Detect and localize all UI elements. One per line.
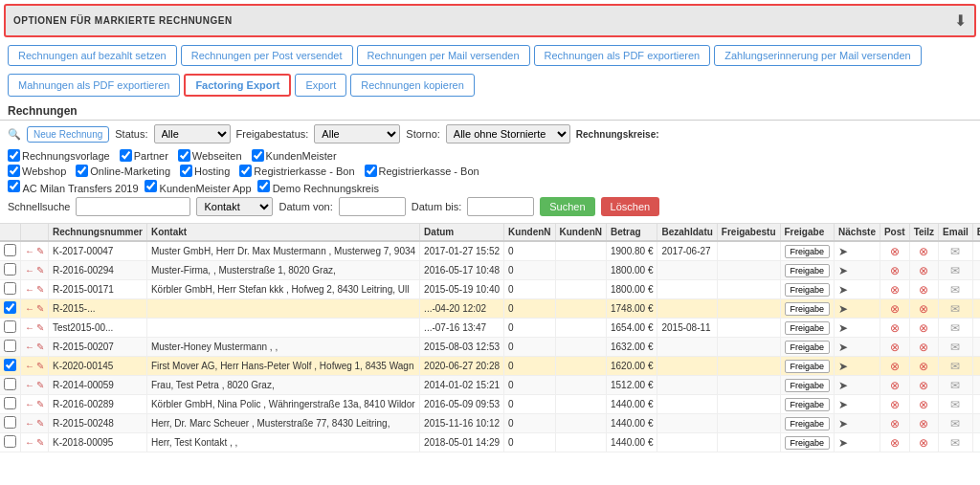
bezahldatum-cell: 2017-06-27 xyxy=(657,241,717,261)
row-checkbox[interactable] xyxy=(4,359,16,371)
btn-zahlungserinnerung[interactable]: Zahlungserinnerung per Mail versenden xyxy=(714,45,921,66)
freigabe-button[interactable]: Freigabe xyxy=(785,245,831,258)
kundennr1-cell: 0 xyxy=(504,261,555,280)
freigabe-button[interactable]: Freigabe xyxy=(785,302,831,316)
cb-registrierkasse-bon[interactable]: Registrierkasse - Bon xyxy=(239,165,354,177)
edit-icon[interactable]: ✎ xyxy=(36,418,44,429)
arrow-left-icon[interactable]: ← xyxy=(25,437,34,448)
btn-rechnungen-kopieren[interactable]: Rechnungen kopieren xyxy=(350,74,475,97)
cb-webseiten[interactable]: Webseiten xyxy=(178,149,242,162)
freigabe-button[interactable]: Freigabe xyxy=(785,379,831,392)
edit-icon[interactable]: ✎ xyxy=(36,342,44,352)
row-checkbox[interactable] xyxy=(4,416,16,429)
teilz-icon: ⊗ xyxy=(919,436,928,450)
row-checkbox[interactable] xyxy=(4,320,16,333)
cb-registrierkasse-bon2[interactable]: Registrierkasse - Bon xyxy=(365,165,479,177)
cb-kundenmeister-app[interactable]: KundenMeister App xyxy=(145,180,252,194)
arrow-left-icon[interactable]: ← xyxy=(25,418,34,429)
post-icon: ⊗ xyxy=(890,417,900,430)
edit-icon[interactable]: ✎ xyxy=(36,399,44,409)
betrag-cell: 1748.00 € xyxy=(606,299,657,319)
schnellsuche-input[interactable] xyxy=(76,197,190,216)
post-icon-cell: ⊗ xyxy=(880,299,909,319)
teilz-icon: ⊗ xyxy=(919,341,928,354)
edit-icon[interactable]: ✎ xyxy=(36,246,44,256)
datum-cell: 2016-05-09 09:53 xyxy=(420,395,504,414)
arrow-left-icon[interactable]: ← xyxy=(25,361,34,371)
arrow-left-icon[interactable]: ← xyxy=(25,399,34,409)
freigabe-button[interactable]: Freigabe xyxy=(785,436,831,450)
freigabe-button[interactable]: Freigabe xyxy=(785,264,831,277)
post-icon: ⊗ xyxy=(890,398,900,411)
freigabestatus-val-cell xyxy=(717,357,780,376)
freigabe-button[interactable]: Freigabe xyxy=(785,283,831,297)
row-checkbox[interactable] xyxy=(4,301,16,314)
arrow-left-icon[interactable]: ← xyxy=(25,265,34,276)
edit-icon[interactable]: ✎ xyxy=(36,265,44,276)
arrow-left-icon[interactable]: ← xyxy=(25,342,34,352)
th-kontakt: Kontakt xyxy=(146,224,419,241)
next-arrow-icon: ➤ xyxy=(838,398,848,411)
freigabestatus-val-cell xyxy=(717,280,780,299)
betrag-cell: 1900.80 € xyxy=(606,241,657,261)
row-checkbox[interactable] xyxy=(4,282,16,295)
row-checkbox[interactable] xyxy=(4,244,16,256)
btn-bezahlt-setzen[interactable]: Rechnungen auf bezahlt setzen xyxy=(8,45,177,66)
cb-demo-rechnungskreis[interactable]: Demo Rechnungskreis xyxy=(257,180,379,194)
cb-rechnungsvorlage[interactable]: Rechnungsvorlage xyxy=(8,149,110,162)
freigabe-button[interactable]: Freigabe xyxy=(785,360,831,373)
btn-post-versendet[interactable]: Rechnungen per Post versendet xyxy=(181,45,353,66)
cb-hosting[interactable]: Hosting xyxy=(180,165,230,177)
row-checkbox[interactable] xyxy=(4,435,16,448)
freigabe-button[interactable]: Freigabe xyxy=(785,341,831,354)
arrow-left-icon[interactable]: ← xyxy=(25,322,34,333)
table-row: ←✎Test2015-00......-07-16 13:4701654.00 … xyxy=(0,319,980,338)
arrow-left-icon[interactable]: ← xyxy=(25,284,34,295)
freigabe-button[interactable]: Freigabe xyxy=(785,321,831,335)
neue-rechnung-button[interactable]: Neue Rechnung xyxy=(27,126,109,143)
row-checkbox[interactable] xyxy=(4,397,16,409)
row-checkbox[interactable] xyxy=(4,340,16,352)
arrow-left-icon[interactable]: ← xyxy=(25,246,34,256)
row-checkbox[interactable] xyxy=(4,378,16,390)
arrow-left-icon[interactable]: ← xyxy=(25,303,34,314)
btn-mail-versenden[interactable]: Rechnungen per Mail versenden xyxy=(357,45,530,66)
cb-partner[interactable]: Partner xyxy=(120,149,168,162)
status-select[interactable]: AlleOffenBezahltStorniert xyxy=(154,124,231,143)
rechnungsnummer-cell: K-2018-00095 xyxy=(49,433,147,452)
edit-icon[interactable]: ✎ xyxy=(36,361,44,371)
freigabe-button[interactable]: Freigabe xyxy=(785,417,831,430)
edit-icon[interactable]: ✎ xyxy=(36,437,44,448)
edit-icon[interactable]: ✎ xyxy=(36,284,44,295)
kundennr1-cell: 0 xyxy=(504,433,555,452)
datum-von-input[interactable] xyxy=(339,197,406,216)
email-icon: ✉ xyxy=(950,283,960,297)
edit-icon[interactable]: ✎ xyxy=(36,322,44,333)
kontakt-select[interactable]: Kontakt xyxy=(196,197,273,216)
edit-icon[interactable]: ✎ xyxy=(36,303,44,314)
freigabe-button[interactable]: Freigabe xyxy=(785,398,831,411)
bezahldatum-cell xyxy=(657,357,717,376)
arrow-left-icon[interactable]: ← xyxy=(25,380,34,390)
cb-webshop[interactable]: Webshop xyxy=(8,165,66,177)
kundennr2-cell xyxy=(555,414,606,433)
email-icon: ✉ xyxy=(950,245,960,258)
edit-icon[interactable]: ✎ xyxy=(36,380,44,390)
cb-kundenmeister[interactable]: KundenMeister xyxy=(252,149,337,162)
cb-online-marketing[interactable]: Online-Marketing xyxy=(76,165,170,177)
search-button[interactable]: Suchen xyxy=(540,197,594,216)
cb-acmilan[interactable]: AC Milan Transfers 2019 xyxy=(8,180,139,194)
btn-factoring-export[interactable]: Factoring Export xyxy=(184,74,291,97)
datum-bis-input[interactable] xyxy=(467,197,534,216)
freigabestatus-select[interactable]: AlleFreigegebenNicht freigegeben xyxy=(314,124,400,143)
row-checkbox[interactable] xyxy=(4,263,16,276)
download-icon[interactable]: ⬇ xyxy=(954,11,967,30)
btn-pdf-exportieren[interactable]: Rechnungen als PDF exportieren xyxy=(534,45,711,66)
clear-button[interactable]: Löschen xyxy=(601,197,660,216)
btn-mahnungen-pdf[interactable]: Mahnungen als PDF exportieren xyxy=(8,74,180,97)
post-icon: ⊗ xyxy=(890,245,900,258)
kundennr2-cell xyxy=(555,241,606,261)
storno-select[interactable]: Alle ohne StornierteAlleNur Stornierte xyxy=(446,124,570,143)
table-row: ←✎R-2015-......-04-20 12:0201748.00 €Fre… xyxy=(0,299,980,319)
btn-export[interactable]: Export xyxy=(295,74,346,97)
